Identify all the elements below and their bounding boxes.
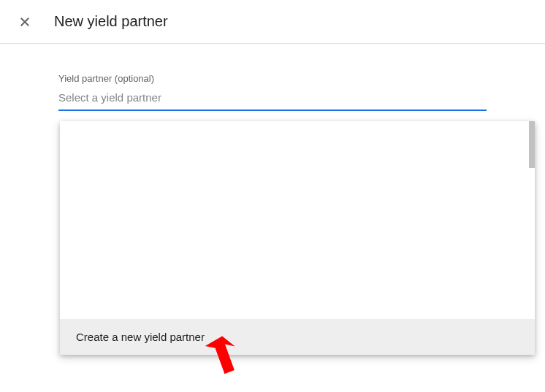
dialog-header: New yield partner xyxy=(0,0,545,44)
close-icon[interactable] xyxy=(18,15,32,29)
yield-partner-field-label: Yield partner (optional) xyxy=(58,73,487,84)
dropdown-options-area xyxy=(60,121,535,319)
yield-partner-select-input[interactable] xyxy=(58,88,487,111)
dropdown-scrollbar[interactable] xyxy=(529,121,535,168)
dialog-content: Yield partner (optional) xyxy=(0,44,545,111)
create-new-yield-partner-option[interactable]: Create a new yield partner xyxy=(60,319,535,355)
dialog-title: New yield partner xyxy=(54,13,168,30)
yield-partner-dropdown: Create a new yield partner xyxy=(60,121,535,355)
